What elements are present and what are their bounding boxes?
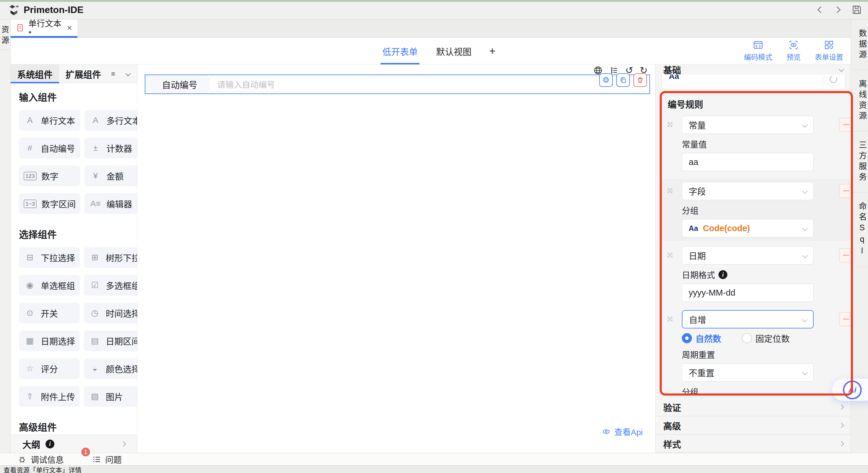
rule-field-input[interactable]: aa [682, 153, 814, 171]
palette-item[interactable]: ±计数器 [85, 138, 137, 158]
rule-field-label: 分组 [682, 204, 851, 216]
time-picker-icon: ◷ [89, 309, 101, 317]
rule-field-select[interactable]: AaCode(code) [682, 219, 814, 237]
header-action-1[interactable]: 编码模式 [744, 40, 772, 62]
palette-item[interactable]: A多行文本 [85, 110, 137, 131]
right-rail-tab-3[interactable]: 三方服务 [851, 131, 868, 193]
palette-collapse-chevron-icon[interactable] [125, 71, 131, 76]
remove-rule-button[interactable] [839, 312, 853, 326]
copy-button[interactable] [616, 73, 630, 87]
radio-option[interactable]: 自然数 [682, 332, 721, 345]
radio-label: 固定位数 [755, 332, 790, 345]
info-icon[interactable]: i [718, 270, 727, 279]
selected-field-auto-number[interactable]: 自动编号 请输入自动编号 ⚙ [145, 75, 650, 94]
palette-item[interactable]: ▧图片 [84, 386, 137, 407]
rule-type-select[interactable]: 常量 [682, 116, 814, 134]
palette-tab-bar: 系统组件 扩展组件 ≡ [11, 64, 137, 83]
palette-item[interactable]: ▤日期区间 [84, 330, 137, 351]
field-action-buttons: ⚙ [599, 73, 647, 87]
radio-icon[interactable] [682, 333, 692, 343]
window-actions [818, 0, 862, 20]
outline-info-icon[interactable]: i [45, 440, 54, 448]
rule-type-select[interactable]: 字段 [682, 182, 814, 200]
view-api-label: 查看Api [614, 426, 643, 438]
debug-info-button[interactable]: 调试信息 [18, 453, 64, 465]
tab-system-components[interactable]: 系统组件 [11, 64, 59, 83]
forward-arrow-icon[interactable] [834, 6, 841, 13]
currency-icon: ¥ [89, 172, 102, 180]
palette-item[interactable]: ☑多选框组 [84, 275, 137, 296]
problems-button[interactable]: 问题 [92, 453, 122, 465]
palette-item[interactable]: ¥金额 [85, 166, 137, 186]
palette-item[interactable]: A≡编辑器 [85, 193, 137, 214]
rule-field-select[interactable]: 不重置 [682, 363, 814, 382]
bottom-toolbar: 调试信息 问题 1 [0, 453, 868, 465]
switch-icon: ⊙ [24, 309, 36, 317]
view-tab-1[interactable]: 低开表单 [382, 38, 418, 64]
palette-item[interactable]: #自动编号 [19, 138, 80, 158]
collapse-chevron-icon[interactable] [839, 67, 844, 72]
rule-type-select[interactable]: 日期 [682, 246, 814, 265]
section-basic[interactable]: 基础 [656, 64, 851, 75]
radio-icon[interactable] [742, 333, 752, 343]
rule-group-2: 字段分组AaCode(code) [662, 179, 851, 241]
partial-glyph-icon[interactable] [829, 75, 838, 84]
palette-item[interactable]: 1~3数字区间 [19, 193, 80, 214]
remove-rule-button[interactable] [839, 118, 853, 132]
sidebar-tab-resources[interactable]: 资源 [0, 20, 11, 50]
header-action-2[interactable]: 预览 [786, 40, 801, 62]
field-label: 自动编号 [145, 75, 208, 93]
palette-item[interactable]: ☆评分 [19, 358, 80, 379]
component-palette: 系统组件 扩展组件 ≡ 输入组件A单行文本A多行文本#自动编号±计数器123数字… [11, 64, 137, 435]
view-api-link[interactable]: 查看Api [602, 426, 643, 438]
close-tab-icon[interactable]: × [67, 23, 72, 32]
palette-item[interactable]: ⊙开关 [19, 303, 80, 323]
palette-item[interactable]: ◒颜色选择 [84, 358, 137, 379]
drag-handle-icon[interactable] [666, 315, 674, 323]
palette-item[interactable]: ⊞树形下拉 [84, 247, 137, 268]
rule-field-input[interactable]: yyyy-MM-dd [682, 284, 814, 302]
remove-rule-button[interactable] [839, 184, 853, 198]
delete-button[interactable] [633, 73, 647, 87]
palette-item[interactable]: ▦日期选择 [19, 330, 80, 351]
radio-option[interactable]: 固定位数 [742, 332, 790, 345]
palette-section-title: 选择组件 [19, 227, 129, 241]
palette-item[interactable]: ◉单选框组 [19, 275, 80, 296]
rule-field-control: 不重置 [682, 363, 814, 382]
section-advanced[interactable]: 高级 [656, 416, 851, 435]
tab-extension-components[interactable]: 扩展组件 [59, 64, 107, 83]
drag-handle-icon[interactable] [666, 251, 674, 259]
outline-bar[interactable]: 大纲 i [11, 435, 137, 453]
palette-item[interactable]: ◷时间选择 [84, 303, 137, 323]
left-rail: 资源 [0, 20, 11, 453]
rule-group-4: 自增自然数固定位数周期重置不重置分组 [662, 310, 851, 395]
palette-item[interactable]: 123数字 [19, 166, 80, 186]
palette-item[interactable]: ⇧附件上传 [19, 386, 80, 407]
save-icon[interactable] [851, 4, 862, 15]
outline-expand-chevron-icon[interactable] [121, 441, 126, 446]
remove-rule-button[interactable] [839, 248, 853, 263]
right-rail-tab-2[interactable]: 离线资源 [851, 70, 868, 131]
add-view-tab-button[interactable]: + [489, 38, 495, 64]
header-action-3[interactable]: 表单设置 [815, 40, 843, 62]
section-style[interactable]: 样式 [656, 435, 851, 453]
view-tab-2[interactable]: 默认视图 [435, 38, 472, 64]
document-tab[interactable]: 单行文本* × [11, 20, 78, 36]
section-basic-label: 基础 [663, 63, 681, 76]
rule-type-select[interactable]: 自增 [682, 310, 814, 328]
back-arrow-icon[interactable] [817, 6, 824, 13]
checkbox-group-icon: ☑ [89, 281, 101, 289]
drag-handle-icon[interactable] [666, 186, 674, 195]
settings-button[interactable]: ⚙ [599, 73, 613, 87]
field-input[interactable]: 请输入自动编号 [209, 77, 647, 92]
palette-item[interactable]: A单行文本 [19, 110, 80, 131]
palette-menu-icon[interactable]: ≡ [111, 70, 115, 78]
section-validation[interactable]: 验证 [656, 398, 851, 416]
drag-handle-icon[interactable] [666, 120, 674, 128]
title-bar: Primeton-IDE [0, 0, 868, 20]
right-rail-tab-4[interactable]: 命名Sql [851, 193, 868, 267]
chevron-down-icon [802, 253, 807, 258]
chevron-down-icon [802, 226, 807, 231]
palette-item[interactable]: ⊟下拉选择 [19, 247, 80, 268]
right-rail-tab-1[interactable]: 数据源 [851, 20, 868, 70]
